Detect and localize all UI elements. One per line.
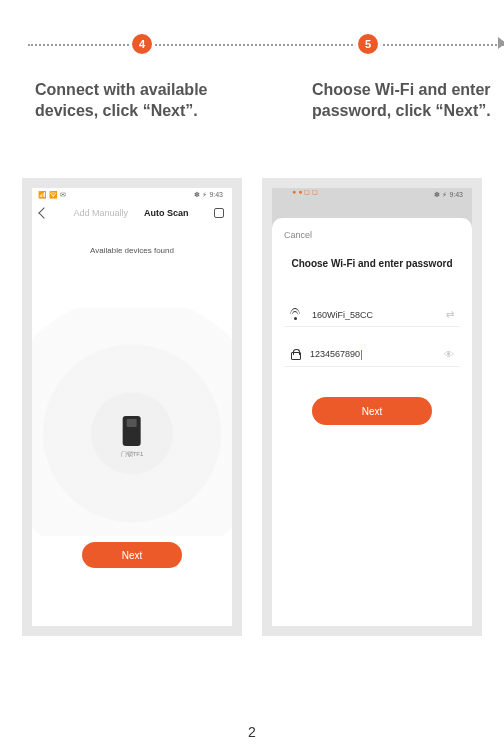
phone-screen-1: 📶 🛜 ✉︎ ✽ ⚡︎ 9:43 Add Manually Auto Scan … [32,188,232,626]
status-time: ✽ ⚡︎ 9:43 [194,191,226,199]
wifi-sheet: Cancel Choose Wi-Fi and enter password 1… [272,218,472,626]
screenshot-row: 📶 🛜 ✉︎ ✽ ⚡︎ 9:43 Add Manually Auto Scan … [22,178,482,636]
wifi-password-field[interactable]: 1234567890 👁 [284,349,460,367]
wifi-password-value: 1234567890 [310,349,434,360]
screenshot-card-1: 📶 🛜 ✉︎ ✽ ⚡︎ 9:43 Add Manually Auto Scan … [22,178,242,636]
dotted-line [28,44,504,46]
step-timeline: 4 5 [28,36,504,54]
lock-icon [290,350,300,360]
status-signal-icon: 📶 🛜 ✉︎ [38,191,66,199]
caption-step-4: Connect with available devices, click “N… [35,80,235,122]
swap-network-icon[interactable]: ⇄ [446,309,454,320]
step-badge-5: 5 [358,34,378,54]
wifi-ssid-field[interactable]: 160WiFi_58CC ⇄ [284,309,460,327]
available-devices-label: Available devices found [32,246,232,255]
wifi-ssid-value: 160WiFi_58CC [312,310,436,320]
eye-icon[interactable]: 👁 [444,349,454,360]
sheet-title: Choose Wi-Fi and enter password [284,258,460,269]
back-icon[interactable] [38,207,49,218]
screen-header: Add Manually Auto Scan [32,202,232,222]
status-bar: ● ● ◻︎ ◻︎ ✽ ⚡︎ 9:43 [272,188,472,202]
tab-add-manually[interactable]: Add Manually [73,208,128,218]
next-button[interactable]: Next [82,542,182,568]
screenshot-card-2: ● ● ◻︎ ◻︎ ✽ ⚡︎ 9:43 Cancel Choose Wi-Fi … [262,178,482,636]
status-time: ✽ ⚡︎ 9:43 [434,191,466,199]
scan-icon[interactable] [214,208,224,218]
device-icon [123,416,141,446]
page-number: 2 [0,724,504,740]
found-device[interactable]: 门锁TF1 [121,416,144,459]
tab-auto-scan[interactable]: Auto Scan [144,208,189,218]
text-cursor [361,350,362,360]
caption-step-5: Choose Wi-Fi and enter password, click “… [312,80,504,122]
arrow-right-icon [498,37,504,49]
device-label: 门锁TF1 [121,450,144,459]
cancel-button[interactable]: Cancel [284,230,460,240]
status-bar: 📶 🛜 ✉︎ ✽ ⚡︎ 9:43 [32,188,232,202]
step-badge-4: 4 [132,34,152,54]
next-button[interactable]: Next [312,397,432,425]
phone-screen-2: ● ● ◻︎ ◻︎ ✽ ⚡︎ 9:43 Cancel Choose Wi-Fi … [272,188,472,626]
tabs: Add Manually Auto Scan [73,208,188,218]
wifi-icon [290,310,302,320]
